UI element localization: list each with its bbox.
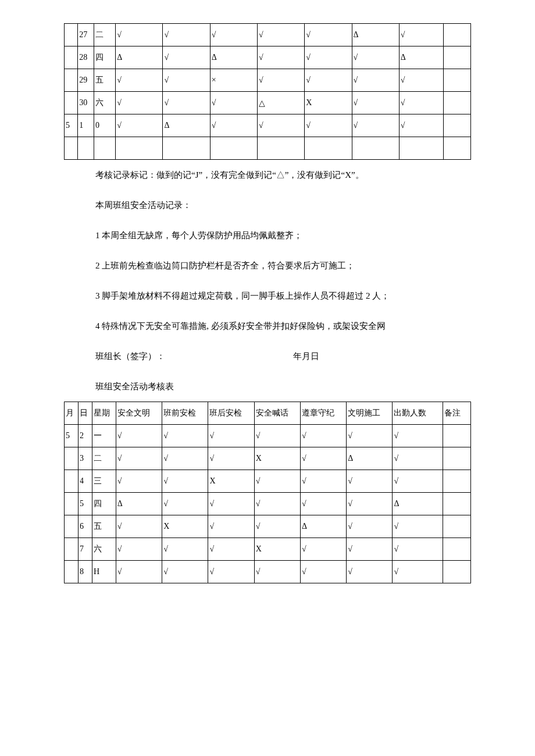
table-cell (352, 137, 399, 160)
table-cell (258, 137, 305, 160)
table-cell: √ (163, 24, 210, 46)
column-header: 月 (65, 402, 79, 425)
table-cell: 一 (92, 425, 116, 447)
table-cell: Δ (347, 447, 393, 470)
table-row: 6五√X√√Δ√√ (65, 515, 471, 538)
table-cell: 3 (79, 447, 92, 470)
table-cell: √ (399, 69, 444, 92)
table-cell: X (305, 92, 352, 114)
table-row (65, 137, 471, 160)
table-cell: X (254, 538, 300, 561)
table-cell (443, 447, 470, 470)
table-cell: Δ (116, 46, 163, 69)
table-cell: √ (116, 447, 162, 470)
table-cell: √ (305, 46, 352, 69)
table-cell (65, 137, 78, 160)
table-cell: 5 (79, 493, 92, 515)
table-cell: 五 (94, 69, 116, 92)
table-cell (444, 92, 471, 114)
table-cell (305, 137, 352, 160)
table-cell: √ (162, 538, 208, 561)
table-row: 7六√√√X√√√ (65, 538, 471, 561)
assessment-table-2: 月日星期安全文明班前安检班后安检安全喊话遵章守纪文明施工出勤人数备注52一√√√… (64, 402, 471, 583)
table-cell: √ (347, 470, 393, 493)
table-cell: 三 (92, 470, 116, 493)
table-cell (94, 137, 116, 160)
table-cell: √ (254, 493, 300, 515)
table-cell (443, 538, 470, 561)
table-cell: √ (300, 425, 346, 447)
date-label: 年月日 (293, 349, 319, 363)
table-cell (65, 46, 78, 69)
table-cell: √ (254, 425, 300, 447)
table-cell: 六 (94, 92, 116, 114)
table-cell: H (92, 561, 116, 583)
table-cell: √ (300, 447, 346, 470)
table-cell: Δ (352, 24, 399, 46)
column-header: 遵章守纪 (300, 402, 346, 425)
table-cell: △ (258, 92, 305, 114)
table-cell: √ (162, 493, 208, 515)
table-row: 27二√√√√√Δ√ (65, 24, 471, 46)
table-row: 29五√√×√√√√ (65, 69, 471, 92)
table-cell: Δ (163, 114, 210, 137)
table-cell: √ (254, 470, 300, 493)
table-cell: √ (208, 515, 254, 538)
table-cell: √ (347, 561, 393, 583)
table-cell (65, 24, 78, 46)
table-cell (444, 137, 471, 160)
legend-text: 考核记录标记：做到的记“J”，没有完全做到记“△”，没有做到记“X”。 (64, 160, 471, 190)
table-cell: 8 (79, 561, 92, 583)
table-cell: √ (300, 561, 346, 583)
table-cell: Δ (210, 46, 257, 69)
table-cell: √ (258, 69, 305, 92)
table-cell: Δ (116, 493, 162, 515)
table-cell: 0 (94, 114, 116, 137)
table-cell: X (254, 447, 300, 470)
table-cell: X (208, 470, 254, 493)
table-cell: √ (258, 114, 305, 137)
column-header: 星期 (92, 402, 116, 425)
table-cell: √ (208, 538, 254, 561)
table-cell: √ (162, 425, 208, 447)
column-header: 安全文明 (116, 402, 162, 425)
table-cell (444, 46, 471, 69)
table-cell: 4 (79, 470, 92, 493)
table-cell: √ (258, 24, 305, 46)
table-cell: √ (162, 447, 208, 470)
table-cell (116, 137, 163, 160)
record-item-4: 4 特殊情况下无安全可靠措施, 必须系好安全带并扣好保险钩，或架设安全网 (64, 311, 471, 341)
table-cell: 5 (65, 425, 79, 447)
table-cell: √ (393, 425, 443, 447)
table-cell: × (210, 69, 257, 92)
table-cell (444, 114, 471, 137)
table-cell: √ (210, 92, 257, 114)
table-cell: √ (258, 46, 305, 69)
table-cell: √ (347, 493, 393, 515)
record-item-2: 2 上班前先检查临边筒口防护栏杆是否齐全，符合要求后方可施工； (64, 250, 471, 281)
table-row: 28四Δ√Δ√√√Δ (65, 46, 471, 69)
table-cell: √ (393, 538, 443, 561)
table-cell: √ (116, 114, 163, 137)
table-cell: √ (116, 425, 162, 447)
table-cell: √ (254, 515, 300, 538)
table-cell: √ (399, 92, 444, 114)
table-cell: √ (116, 24, 163, 46)
column-header: 班后安检 (208, 402, 254, 425)
table-cell: √ (116, 470, 162, 493)
table-cell: √ (163, 92, 210, 114)
table-cell: √ (208, 493, 254, 515)
assessment-table-1: 27二√√√√√Δ√28四Δ√Δ√√√Δ29五√√×√√√√30六√√√△X√√… (64, 23, 471, 160)
table-cell: 28 (78, 46, 94, 69)
table-cell: √ (116, 92, 163, 114)
table-cell (78, 137, 94, 160)
table-cell: √ (208, 425, 254, 447)
table-cell: √ (393, 561, 443, 583)
table-cell: √ (210, 114, 257, 137)
table-cell: √ (210, 24, 257, 46)
table-cell (443, 561, 470, 583)
table-cell (65, 92, 78, 114)
table-row: 510√Δ√√√√√ (65, 114, 471, 137)
table-cell: √ (352, 92, 399, 114)
table-cell: √ (116, 538, 162, 561)
